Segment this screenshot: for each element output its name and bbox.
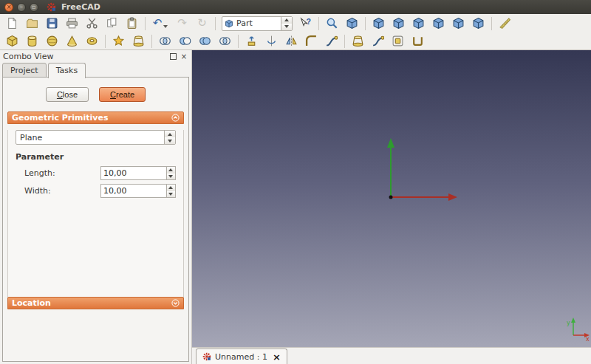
extrude-button[interactable]: [242, 33, 261, 49]
part-cylinder-button[interactable]: [23, 33, 41, 49]
boolean-cut-icon: [179, 35, 191, 47]
part-box-button[interactable]: [3, 33, 21, 49]
boolean-common-icon: [219, 35, 231, 47]
window-minimize-button[interactable]: –: [17, 3, 26, 12]
right-view-button[interactable]: [409, 16, 428, 32]
boolean-union-button[interactable]: [196, 33, 214, 49]
shape-builder-button[interactable]: [129, 33, 148, 49]
refresh-button[interactable]: ↻: [193, 16, 211, 32]
panel-close-button[interactable]: ×: [180, 52, 188, 61]
geometric-primitives-header[interactable]: Geometric Primitives: [7, 111, 184, 124]
left-view-button[interactable]: [469, 16, 488, 32]
cylinder-icon: [26, 35, 38, 47]
paste-button[interactable]: [123, 16, 141, 32]
cut-icon: [86, 17, 98, 30]
cut-button[interactable]: [83, 16, 101, 32]
offset-button[interactable]: [389, 33, 407, 49]
freecad-window: ?: [0, 0, 591, 364]
document-tab-label: Unnamed : 1: [215, 352, 267, 362]
new-file-button[interactable]: [3, 16, 21, 32]
document-tab-close-icon[interactable]: ×: [273, 352, 281, 362]
axonometric-view-button[interactable]: [343, 16, 361, 32]
primitive-type-value: Plane: [20, 133, 164, 142]
titlebar: × – ▫ FreeCAD: [0, 0, 591, 14]
length-spinbox[interactable]: [100, 166, 176, 180]
open-button[interactable]: [23, 16, 41, 32]
workbench-selector-arrows[interactable]: [281, 17, 292, 30]
toolbar-separator: [151, 35, 152, 48]
panel-float-button[interactable]: [168, 52, 177, 61]
revolve-icon: [265, 35, 278, 47]
measure-distance-button[interactable]: [496, 16, 514, 32]
bottom-view-button[interactable]: [449, 16, 468, 32]
boolean-common-button[interactable]: [216, 33, 234, 49]
freecad-logo-icon: [47, 2, 56, 12]
undo-button[interactable]: ↶: [149, 16, 171, 32]
width-input[interactable]: [101, 185, 166, 197]
primitive-type-select[interactable]: Plane: [16, 130, 176, 145]
combo-view-title: Combo View: [3, 52, 166, 61]
length-spin-arrows[interactable]: [166, 167, 175, 179]
redo-button[interactable]: ↷: [173, 16, 191, 32]
window-close-button[interactable]: ×: [4, 3, 13, 12]
boolean-button[interactable]: [156, 33, 174, 49]
width-spin-arrows[interactable]: [166, 185, 175, 197]
part-cone-button[interactable]: [63, 33, 81, 49]
loft-button[interactable]: [349, 33, 367, 49]
combo-view-tabs: Project Tasks: [2, 63, 87, 78]
ruled-surface-button[interactable]: [322, 33, 341, 49]
whats-this-button[interactable]: [296, 16, 315, 32]
tab-project[interactable]: Project: [2, 63, 47, 78]
toolbar-separator: [365, 17, 366, 30]
offset-icon: [392, 35, 404, 47]
width-spinbox[interactable]: [100, 184, 176, 198]
top-view-button[interactable]: [389, 16, 408, 32]
rear-view-button[interactable]: [429, 16, 448, 32]
copy-icon: [106, 17, 118, 30]
rear-view-icon: [432, 17, 445, 30]
collapse-chevron-icon[interactable]: [171, 114, 180, 122]
thickness-button[interactable]: [409, 33, 427, 49]
toolbar-separator: [318, 17, 319, 30]
create-primitives-button[interactable]: [109, 33, 128, 49]
task-close-button[interactable]: Close: [46, 87, 89, 102]
primitive-select-arrows[interactable]: [164, 131, 175, 144]
top-view-icon: [392, 17, 405, 30]
location-section-header[interactable]: Location: [7, 297, 184, 309]
window-maximize-button[interactable]: ▫: [30, 3, 38, 12]
fillet-button[interactable]: [302, 33, 321, 49]
paste-icon: [126, 17, 138, 30]
workbench-selector[interactable]: Part: [222, 16, 293, 31]
front-view-icon: [372, 17, 385, 30]
save-button[interactable]: [43, 16, 61, 32]
3d-viewport[interactable]: y x: [192, 50, 591, 347]
task-create-button[interactable]: Create: [99, 87, 146, 102]
navigation-axes-indicator: y x: [192, 50, 591, 347]
length-field-row: Length:: [24, 166, 176, 180]
mirror-button[interactable]: [282, 33, 301, 49]
document-tab[interactable]: Unnamed : 1 ×: [196, 348, 287, 364]
print-button[interactable]: [63, 16, 81, 32]
left-view-icon: [472, 17, 485, 30]
part-torus-button[interactable]: [83, 33, 101, 49]
part-sphere-button[interactable]: [43, 33, 61, 49]
close-icon: ×: [181, 53, 187, 61]
geometric-primitives-body: Plane Parameter Length: Width:: [7, 130, 184, 307]
freecad-document-icon: [202, 352, 211, 361]
sweep-button[interactable]: [369, 33, 387, 49]
save-icon: [46, 17, 58, 30]
whats-this-icon: [299, 17, 312, 30]
extrude-icon: [245, 35, 258, 47]
revolve-button[interactable]: [262, 33, 281, 49]
cone-icon: [66, 35, 78, 47]
length-input[interactable]: [101, 167, 166, 179]
copy-button[interactable]: [103, 16, 121, 32]
expand-chevron-icon[interactable]: [171, 299, 180, 307]
tab-tasks[interactable]: Tasks: [48, 63, 86, 78]
front-view-button[interactable]: [369, 16, 388, 32]
loft-icon: [352, 35, 364, 47]
boolean-cut-button[interactable]: [176, 33, 194, 49]
y-axis-label: y: [567, 320, 570, 326]
fit-all-button[interactable]: [323, 16, 341, 32]
origin-point: [389, 196, 393, 199]
